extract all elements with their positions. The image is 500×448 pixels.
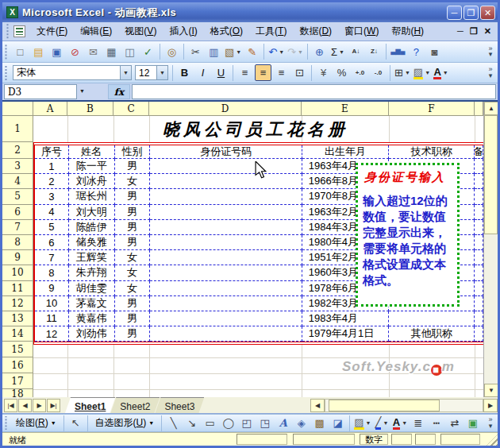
cell-id[interactable] [150, 265, 302, 280]
cell-gender[interactable]: 男 [115, 235, 151, 250]
print-preview-icon[interactable]: ◫ [121, 44, 138, 60]
spelling-icon[interactable]: ✓ [140, 44, 156, 60]
cell-name[interactable]: 陈一平 [69, 159, 115, 174]
print-icon[interactable]: ▦ [103, 44, 120, 60]
cell-id[interactable] [150, 296, 302, 311]
cell-name[interactable]: 胡佳雯 [69, 281, 115, 296]
row-header-6[interactable]: 6 [2, 205, 33, 220]
mail-icon[interactable]: ✉ [85, 44, 102, 60]
cell-remark[interactable] [475, 311, 483, 326]
row-header-8[interactable]: 8 [2, 235, 33, 250]
font-name-select[interactable]: 宋体▼ [13, 65, 132, 80]
scroll-left-icon[interactable]: ◀ [310, 399, 325, 412]
scroll-down-icon[interactable]: ▼ [484, 384, 498, 397]
chevron-down-icon[interactable]: ▼ [339, 49, 344, 55]
arrow-icon[interactable]: ↘ [183, 415, 200, 431]
cell-name[interactable]: 王辉笑 [69, 250, 115, 265]
cell-remark[interactable] [475, 174, 483, 189]
table-header-cell[interactable]: 备 [475, 145, 483, 159]
cell-id[interactable] [150, 159, 302, 174]
line-icon[interactable]: ╲ [165, 415, 182, 431]
row-header-13[interactable]: 13 [2, 311, 33, 326]
table-header-cell[interactable]: 身份证号码 [150, 145, 302, 159]
cell-remark[interactable] [475, 220, 483, 235]
cell-remark[interactable] [475, 235, 483, 250]
cell-name[interactable]: 茅嘉文 [69, 296, 115, 311]
column-header-E[interactable]: E [302, 102, 389, 116]
row-header-2[interactable]: 2 [2, 142, 33, 159]
toolbar-options-icon[interactable]: »▾ [485, 417, 496, 428]
select-all-corner[interactable] [2, 102, 33, 116]
row-header-3[interactable]: 3 [2, 159, 33, 174]
merge-center-icon[interactable]: ⊡ [291, 64, 308, 81]
cell-no[interactable]: 5 [35, 220, 69, 235]
cell-gender[interactable]: 男 [115, 296, 151, 311]
align-right-icon[interactable]: ≡ [273, 64, 290, 81]
line-color-icon[interactable]: ╱▼ [373, 415, 390, 431]
cell-no[interactable]: 4 [35, 205, 69, 220]
vertical-scroll-thumb[interactable] [484, 115, 498, 234]
clipart-icon[interactable]: ▩ [311, 415, 328, 431]
cell-gender[interactable]: 男 [115, 189, 151, 204]
currency-icon[interactable]: ¥ [315, 64, 332, 81]
row-header-12[interactable]: 12 [2, 296, 33, 311]
cell-name[interactable]: 刘大明 [69, 205, 115, 220]
redo-icon[interactable]: ↷▼ [287, 44, 304, 60]
copy-icon[interactable]: ▥ [206, 44, 222, 60]
cell-title[interactable]: 其他职称 [389, 326, 475, 342]
new-document-icon[interactable]: □ [12, 44, 29, 60]
cell-name[interactable]: 刘劲伟 [69, 326, 115, 342]
cell-gender[interactable]: 男 [115, 311, 151, 326]
align-left-icon[interactable]: ≡ [237, 64, 253, 81]
chevron-down-icon[interactable]: ▼ [236, 49, 241, 55]
decrease-decimal-icon[interactable]: -.0 [370, 64, 387, 81]
percent-icon[interactable]: % [333, 64, 350, 81]
formula-input[interactable] [132, 84, 496, 99]
cell-gender[interactable]: 男 [115, 220, 151, 235]
cell-id[interactable] [150, 311, 302, 326]
borders-icon[interactable]: ⊞▼ [394, 64, 411, 81]
toolbar-grip[interactable] [4, 416, 8, 430]
italic-icon[interactable]: I [194, 64, 211, 81]
toolbar-grip[interactable] [4, 65, 8, 81]
shadow-style-icon[interactable]: ▣ [464, 415, 481, 431]
bold-icon[interactable]: B [176, 64, 193, 81]
cell-gender[interactable]: 男 [115, 159, 151, 174]
tab-last-icon[interactable]: ▶| [47, 399, 60, 412]
cell-no[interactable]: 6 [35, 235, 69, 250]
select-objects-icon[interactable]: ↖ [67, 415, 84, 431]
cell-remark[interactable] [475, 296, 483, 311]
cell-name[interactable]: 朱卉翔 [69, 265, 115, 280]
cell-name[interactable]: 陈皓伊 [69, 220, 115, 235]
cell-id[interactable] [150, 205, 302, 220]
menu-格式[interactable]: 格式(O) [204, 22, 249, 41]
cell-remark[interactable] [475, 281, 483, 296]
column-header-F[interactable]: F [389, 102, 475, 116]
oval-icon[interactable]: ◯ [220, 415, 237, 431]
tab-first-icon[interactable]: |◀ [4, 399, 17, 412]
cell-id[interactable] [150, 281, 302, 296]
cell-no[interactable]: 7 [35, 250, 69, 265]
minimize-button[interactable]: ─ [447, 6, 462, 20]
table-header-cell[interactable]: 序号 [35, 145, 69, 159]
vertical-scrollbar[interactable]: ▲ ▼ [483, 102, 498, 397]
camera-icon[interactable]: ◙ [426, 44, 443, 60]
insert-function-icon[interactable]: fx [108, 84, 130, 99]
sheet-tab-sheet3[interactable]: Sheet3 [155, 397, 204, 413]
vertical-textbox-icon[interactable]: ◳ [256, 415, 273, 431]
font-size-select[interactable]: 12▼ [135, 65, 168, 80]
menu-插入[interactable]: 插入(I) [163, 22, 203, 41]
chevron-down-icon[interactable]: ▼ [366, 420, 371, 426]
chevron-down-icon[interactable]: ▼ [383, 420, 388, 426]
undo-icon[interactable]: ↶▼ [267, 44, 285, 60]
cell-gender[interactable]: 女 [115, 174, 151, 189]
close-button[interactable]: ✕ [480, 6, 495, 20]
cell-id[interactable] [150, 220, 302, 235]
menu-数据[interactable]: 数据(D) [293, 22, 338, 41]
cell-id[interactable] [150, 326, 302, 342]
draw-menu-button[interactable]: 绘图(R)▼ [11, 415, 61, 431]
row-header-9[interactable]: 9 [2, 250, 33, 265]
row-header-7[interactable]: 7 [2, 220, 33, 235]
cell-no[interactable]: 9 [35, 281, 69, 296]
rectangle-icon[interactable]: ▭ [202, 415, 218, 431]
